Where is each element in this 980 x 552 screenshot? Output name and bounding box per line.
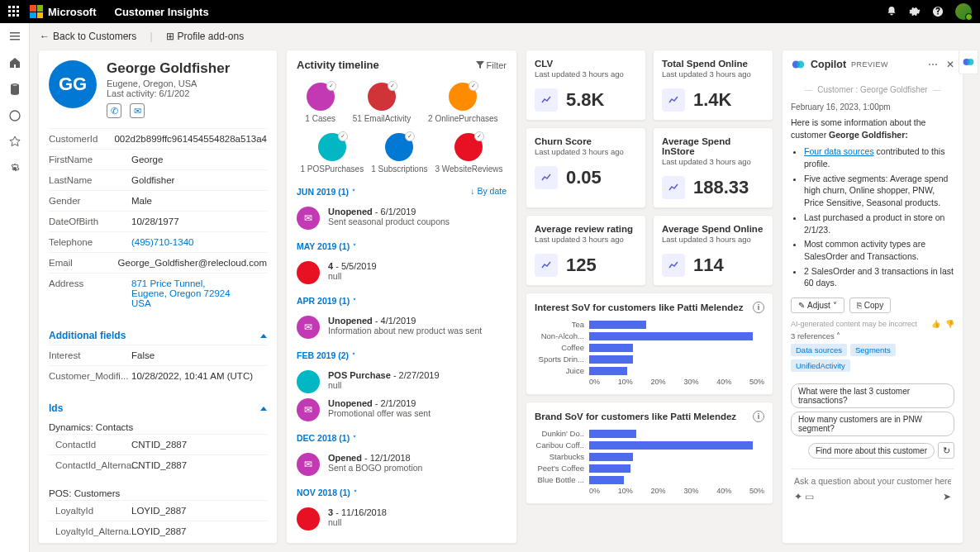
field-label: DateOfBirth xyxy=(49,217,131,226)
segments-icon[interactable] xyxy=(8,109,21,122)
field-value[interactable]: 871 Price Tunnel,Eugene, Oregon 72924USA xyxy=(131,278,267,308)
metric-subtitle: Last updated 3 hours ago xyxy=(662,157,764,166)
settings-icon[interactable] xyxy=(8,162,21,175)
adjust-button[interactable]: ✎ Adjust ˅ xyxy=(791,297,844,313)
trend-icon xyxy=(662,88,685,112)
metric-subtitle: Last updated 3 hours ago xyxy=(662,235,764,244)
copy-button[interactable]: ⎘ Copy xyxy=(849,297,891,313)
timeline-month-header[interactable]: NOV 2018 (1) ˅ xyxy=(297,488,357,497)
references-toggle[interactable]: 3 references ˄ xyxy=(791,331,954,340)
copilot-bullet: Last purchased a product in store on 2/1… xyxy=(804,212,954,236)
metric-card[interactable]: Average Spend InStore Last updated 3 hou… xyxy=(653,127,773,208)
suggestion-button[interactable]: Find more about this customer xyxy=(808,443,935,459)
timeline-item[interactable]: 3 - 11/16/2018null xyxy=(297,507,507,531)
copilot-collapse-toggle[interactable] xyxy=(959,50,978,74)
field-row: Customer_Modifi...10/28/2022, 10:41 AM (… xyxy=(49,365,267,386)
bell-icon[interactable] xyxy=(886,6,897,17)
bar-label: Caribou Coff.. xyxy=(535,440,584,450)
id-group-title: POS: Customers xyxy=(39,483,277,500)
field-label: CustomerId xyxy=(49,134,114,144)
hamburger-icon[interactable] xyxy=(8,30,21,43)
timeline-item[interactable]: POS Purchase - 2/27/2019null xyxy=(297,370,507,393)
trend-icon xyxy=(662,254,685,277)
measures-icon[interactable] xyxy=(8,136,21,149)
filter-button[interactable]: Filter xyxy=(476,60,507,70)
suggestion-button[interactable]: What were the last 3 customer transactio… xyxy=(791,383,954,408)
metric-card[interactable]: Average review rating Last updated 3 hou… xyxy=(526,215,646,286)
reference-tag[interactable]: Segments xyxy=(850,344,896,356)
metric-card[interactable]: CLV Last updated 3 hours ago 5.8K xyxy=(526,50,646,121)
gear-icon[interactable] xyxy=(909,6,921,17)
profile-addons-button[interactable]: ⊞ Profile add-ons xyxy=(166,31,245,42)
info-icon[interactable]: i xyxy=(753,302,764,313)
adjust-label: Adjust xyxy=(807,301,830,310)
timeline-item[interactable]: 4 - 5/5/2019null xyxy=(297,261,507,284)
metric-card[interactable]: Average Spend Online Last updated 3 hour… xyxy=(653,215,773,286)
field-row: ContactIdCNTID_2887 xyxy=(49,434,267,454)
breadcrumb-bar: ← Back to Customers | ⊞ Profile add-ons xyxy=(30,23,980,50)
reference-tag[interactable]: Data sources xyxy=(791,344,847,356)
metric-card[interactable]: Total Spend Online Last updated 3 hours … xyxy=(653,50,773,121)
data-icon[interactable] xyxy=(8,83,21,96)
field-value: George xyxy=(131,155,267,164)
send-icon[interactable]: ➤ xyxy=(943,491,951,502)
suggestion-button[interactable]: How many customers are in PNW segment? xyxy=(791,412,954,436)
help-icon[interactable] xyxy=(932,6,944,17)
field-row: Telephone(495)710-1340 xyxy=(49,231,267,252)
thumbs-down-icon[interactable]: 👎 xyxy=(945,320,954,328)
bar-row: Blue Bottle ... xyxy=(535,475,764,484)
field-row: GenderMale xyxy=(49,190,267,211)
user-avatar[interactable] xyxy=(955,3,972,20)
additional-fields-header[interactable]: Additional fields xyxy=(39,321,277,345)
mail-icon[interactable]: ✉ xyxy=(130,103,145,118)
activity-dot: ✉ xyxy=(297,316,320,339)
copilot-input[interactable] xyxy=(794,476,951,486)
more-icon[interactable]: ⋯ xyxy=(928,59,938,70)
activity-dot xyxy=(297,261,320,284)
timeline-month-header[interactable]: APR 2019 (1) ˅ xyxy=(297,296,356,306)
field-value: 10/28/2022, 10:41 AM (UTC) xyxy=(131,371,267,381)
timeline-month-header[interactable]: JUN 2019 (1) ˅ xyxy=(297,187,355,197)
timeline-month-header[interactable]: MAY 2019 (1) ˅ xyxy=(297,241,356,251)
activity-type-icon[interactable]: ✓2 OnlinePurchases xyxy=(428,83,498,123)
timeline-card: Activity timeline Filter ✓1 Cases✓51 Ema… xyxy=(286,50,517,544)
bar-row: Dunkin' Do.. xyxy=(535,429,764,438)
activity-type-icon[interactable]: ✓1 POSPurchases xyxy=(300,133,364,174)
sparkle-icon[interactable]: ✦ xyxy=(794,491,802,502)
timeline-item[interactable]: ✉ Unopened - 4/1/2019Information about n… xyxy=(297,316,507,339)
sort-by-date[interactable]: ↓ By date xyxy=(470,186,507,196)
home-icon[interactable] xyxy=(8,56,21,69)
reference-tag[interactable]: UnifiedActivity xyxy=(791,359,850,372)
refresh-suggestions-icon[interactable]: ↻ xyxy=(938,442,954,459)
back-label: Back to Customers xyxy=(53,31,136,42)
field-value[interactable]: (495)710-1340 xyxy=(131,237,267,247)
back-button[interactable]: ← Back to Customers xyxy=(40,31,136,42)
chart-axis: 0%10%20%30%40%50% xyxy=(589,487,764,495)
phone-icon[interactable]: ✆ xyxy=(107,103,121,118)
waffle-icon[interactable] xyxy=(8,6,20,17)
close-icon[interactable]: ✕ xyxy=(946,59,954,70)
copilot-intro-name: George Goldfisher: xyxy=(829,130,908,140)
activity-type-icon[interactable]: ✓51 EmailActivity xyxy=(353,83,412,123)
timeline-item[interactable]: ✉ Opened - 12/1/2018Sent a BOGO promotio… xyxy=(297,453,507,476)
timeline-item[interactable]: ✉ Unopened - 6/1/2019Sent seasonal produ… xyxy=(297,207,507,230)
book-icon[interactable]: ▭ xyxy=(805,491,814,502)
svg-point-5 xyxy=(967,59,973,65)
activity-dot xyxy=(297,507,320,531)
activity-type-icon[interactable]: ✓1 Cases xyxy=(305,83,335,123)
timeline-month-header[interactable]: DEC 2018 (1) ˅ xyxy=(297,433,356,443)
activity-type-icon[interactable]: ✓1 Subscriptions xyxy=(371,133,427,174)
reference-link[interactable]: Four data sources xyxy=(804,146,874,156)
activity-type-icon[interactable]: ✓3 WebsiteReviews xyxy=(435,133,502,174)
timeline-item[interactable]: ✉ Unopened - 2/1/2019Promotional offer w… xyxy=(297,398,507,421)
microsoft-logo xyxy=(30,5,43,18)
metric-value: 188.33 xyxy=(693,177,749,198)
info-icon[interactable]: i xyxy=(753,411,764,422)
field-label: LoyaltyId_Alterna... xyxy=(49,526,131,536)
customer-name: George Goldfisher xyxy=(107,60,267,77)
metric-card[interactable]: Churn Score Last updated 3 hours ago 0.0… xyxy=(526,127,646,208)
field-value: LOYID_2887 xyxy=(131,526,267,536)
ids-header[interactable]: Ids xyxy=(39,394,277,417)
timeline-month-header[interactable]: FEB 2019 (2) ˅ xyxy=(297,350,355,360)
thumbs-up-icon[interactable]: 👍 xyxy=(931,320,940,328)
